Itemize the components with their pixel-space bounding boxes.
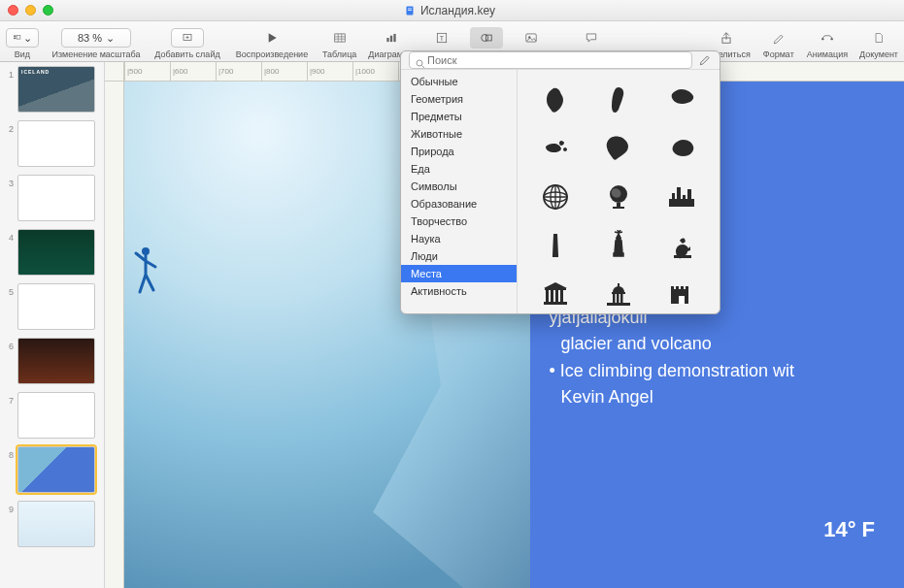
shape-category-item[interactable]: Символы [401,178,517,195]
shapes-popover: ОбычныеГеометрияПредметыЖивотныеПриродаЕ… [400,50,720,314]
slide-navigator[interactable]: 1ICELAND23456789 [0,62,105,588]
slide-text: glacier and volcano [548,332,887,356]
shape-castle[interactable] [662,277,701,311]
shape-capitol[interactable] [599,277,638,311]
shape-category-item[interactable]: Наука [401,230,517,247]
svg-rect-17 [393,34,395,42]
slide-thumb-2[interactable]: 2 [4,120,100,167]
ruler-vertical [105,82,124,588]
add-slide-button[interactable]: Добавить слайд [153,27,221,59]
shape-category-item[interactable]: Геометрия [401,90,517,108]
shape-south-america[interactable] [599,82,638,117]
shape-category-item[interactable]: Места [401,265,517,282]
slide-thumb-1[interactable]: 1ICELAND [4,66,100,113]
shape-skyline[interactable] [662,180,701,214]
svg-rect-1 [408,8,412,9]
window-title: Исландия.key [420,4,495,17]
svg-rect-15 [386,38,388,42]
shape-category-list[interactable]: ОбычныеГеометрияПредметыЖивотныеПриродаЕ… [401,70,518,314]
shape-category-item[interactable]: Природа [401,143,517,160]
play-button[interactable]: Воспроизведение [233,27,311,59]
zoom-window-button[interactable] [43,5,53,16]
titlebar: Исландия.key [0,0,904,21]
shape-search-input[interactable] [409,51,692,69]
slide-text: Kevin Angel [548,385,887,409]
shape-north-america[interactable] [599,131,638,166]
zoom-select[interactable]: 83 %⌄ Изменение масштаба [50,27,142,59]
document-button[interactable]: Документ [859,27,898,59]
svg-rect-4 [14,38,16,40]
close-window-button[interactable] [8,5,18,16]
shape-category-item[interactable]: Животные [401,125,517,143]
slide-thumb-8[interactable]: 8 [4,446,100,493]
pen-tool-icon[interactable] [698,53,712,67]
slide-thumb-4[interactable]: 4 [4,229,100,276]
shape-category-item[interactable]: Еда [401,160,517,178]
slide-thumb-3[interactable]: 3 [4,175,100,221]
climber-graphic [132,244,161,302]
shape-category-item[interactable]: Образование [401,195,517,212]
shape-category-item[interactable]: Активность [401,282,517,300]
shape-grid[interactable] [518,70,720,314]
shape-category-item[interactable]: Люди [401,247,517,265]
shape-africa[interactable] [536,82,575,117]
svg-rect-10 [334,34,345,42]
slide-thumb-5[interactable]: 5 [4,283,100,330]
animate-button[interactable]: Анимация [807,27,848,59]
table-button[interactable]: Таблица [322,27,356,59]
svg-marker-9 [269,33,277,42]
slide-thumb-9[interactable]: 9 [4,501,100,547]
svg-point-26 [830,38,832,40]
svg-rect-21 [486,35,492,41]
temperature-label: 14° F [823,515,875,545]
svg-point-20 [482,35,488,42]
slide-thumb-6[interactable]: 6 [4,338,100,384]
slide-thumb-7[interactable]: 7 [4,392,100,439]
shape-obelisk[interactable] [536,228,575,263]
window-controls [8,5,53,16]
svg-rect-2 [408,10,412,11]
slide-text: • Ice climbing demonstration wit [548,359,887,383]
shape-category-item[interactable]: Предметы [401,108,517,125]
minimize-window-button[interactable] [25,5,36,16]
shape-australia[interactable] [662,131,701,166]
view-button[interactable]: ⌄ Вид [6,27,39,59]
document-icon [404,5,416,16]
shape-equestrian[interactable] [662,228,701,263]
svg-point-25 [821,38,823,40]
shape-category-item[interactable]: Творчество [401,212,517,230]
ruler-corner [105,62,124,82]
shape-parthenon[interactable] [536,277,575,311]
svg-rect-3 [14,35,16,37]
shape-asia-islands[interactable] [536,131,575,166]
shape-liberty[interactable] [599,228,638,263]
shape-globe-solid[interactable] [599,180,638,214]
svg-rect-0 [406,6,413,15]
format-button[interactable]: Формат [762,27,795,59]
shape-europe[interactable] [662,82,701,117]
svg-rect-5 [17,35,20,39]
svg-rect-16 [390,36,392,42]
shape-globe-wire[interactable] [536,180,575,214]
shape-category-item[interactable]: Обычные [401,73,517,90]
svg-text:T: T [440,35,445,42]
popover-search-bar [401,51,720,70]
